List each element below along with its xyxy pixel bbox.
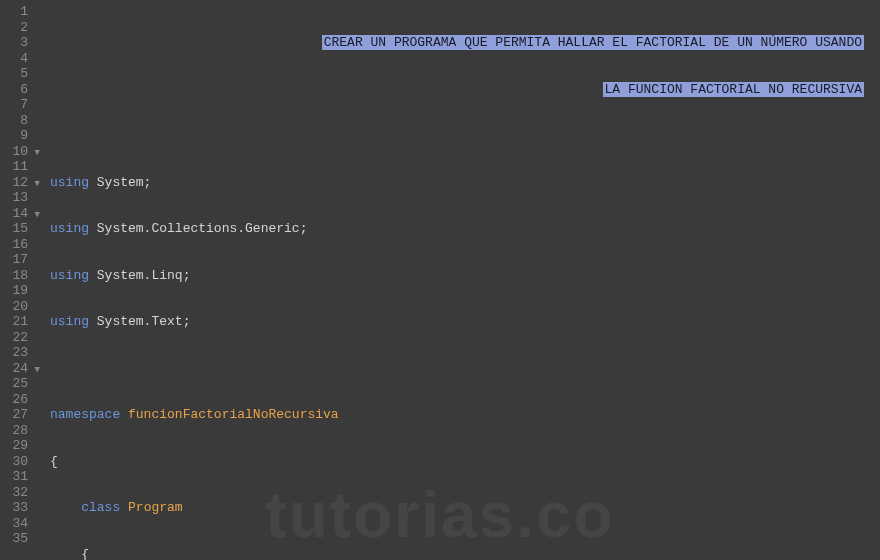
code-line: { [50,454,880,470]
line-number: 31 [0,469,28,485]
code-line: LA FUNCION FACTORIAL NO RECURSIVA [50,82,880,98]
code-line: class Program [50,500,880,516]
line-number: 30 [0,454,28,470]
line-number: 11 [0,159,28,175]
code-line [50,128,880,144]
line-number: 35 [0,531,28,547]
line-number: 18 [0,268,28,284]
line-number: 3 [0,35,28,51]
code-line: using System; [50,175,880,191]
line-number: 15 [0,221,28,237]
code-editor[interactable]: 1 2 3 4 5 6 7 8 9 10▼ 11 12▼ 13 14▼ 15 1… [0,0,880,560]
line-number: 16 [0,237,28,253]
line-number: 14▼ [0,206,28,222]
line-number: 17 [0,252,28,268]
line-number: 9 [0,128,28,144]
line-number: 10▼ [0,144,28,160]
line-number: 21 [0,314,28,330]
line-number: 34 [0,516,28,532]
line-number: 6 [0,82,28,98]
line-number: 20 [0,299,28,315]
code-line: { [50,547,880,561]
line-number: 1 [0,4,28,20]
code-line: CREAR UN PROGRAMA QUE PERMITA HALLAR EL … [50,35,880,51]
line-gutter: 1 2 3 4 5 6 7 8 9 10▼ 11 12▼ 13 14▼ 15 1… [0,4,32,560]
line-number: 13 [0,190,28,206]
line-number: 8 [0,113,28,129]
line-number: 22 [0,330,28,346]
code-line: using System.Linq; [50,268,880,284]
code-line: using System.Collections.Generic; [50,221,880,237]
code-content[interactable]: CREAR UN PROGRAMA QUE PERMITA HALLAR EL … [32,4,880,560]
line-number: 12▼ [0,175,28,191]
line-number: 25 [0,376,28,392]
line-number: 27 [0,407,28,423]
selection-highlight: CREAR UN PROGRAMA QUE PERMITA HALLAR EL … [322,35,864,50]
line-number: 19 [0,283,28,299]
line-number: 7 [0,97,28,113]
line-number: 4 [0,51,28,67]
line-number: 23 [0,345,28,361]
line-number: 26 [0,392,28,408]
line-number: 2 [0,20,28,36]
line-number: 5 [0,66,28,82]
code-line: namespace funcionFactorialNoRecursiva [50,407,880,423]
code-line: using System.Text; [50,314,880,330]
line-number: 33 [0,500,28,516]
selection-highlight: LA FUNCION FACTORIAL NO RECURSIVA [603,82,864,97]
line-number: 24▼ [0,361,28,377]
code-line [50,361,880,377]
line-number: 29 [0,438,28,454]
line-number: 28 [0,423,28,439]
line-number: 32 [0,485,28,501]
